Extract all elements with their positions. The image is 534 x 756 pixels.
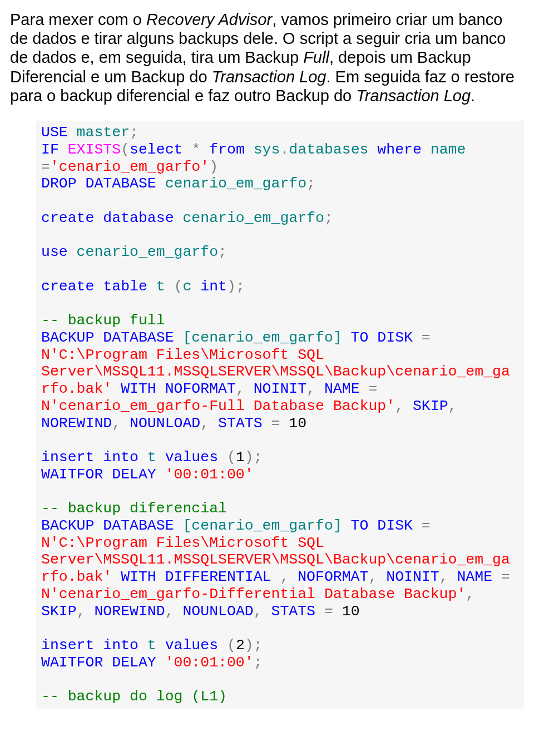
comma: , xyxy=(466,586,474,602)
kw-noformat: NOFORMAT xyxy=(156,381,236,397)
str-delay: '00:01:00' xyxy=(156,654,254,671)
semi: ; xyxy=(218,244,227,260)
fn-exists: EXISTS xyxy=(59,141,121,158)
kw-use: USE xyxy=(41,124,68,141)
kw-noformat: NOFORMAT xyxy=(289,569,368,585)
comma: , xyxy=(439,569,448,585)
num-10: 10 xyxy=(333,603,360,620)
kw-values: values xyxy=(165,449,218,466)
eq: = xyxy=(324,603,333,620)
num-10: 10 xyxy=(280,415,306,432)
kw-use: use xyxy=(41,244,68,260)
comma: , xyxy=(280,569,289,585)
comma: , xyxy=(395,398,404,414)
str-delay: '00:01:00' xyxy=(156,466,254,483)
kw-database: DATABASE xyxy=(94,517,174,534)
semi: ; xyxy=(254,637,263,654)
semi: ; xyxy=(236,278,245,295)
text: . xyxy=(471,87,475,105)
comma: , xyxy=(254,603,263,620)
kw-into: into xyxy=(94,637,139,654)
kw-table: table xyxy=(94,278,147,295)
ident-dbname: cenario_em_garfo xyxy=(68,244,218,260)
kw-disk: DISK xyxy=(368,329,413,346)
kw-stats: STATS xyxy=(263,603,315,620)
kw-create: create xyxy=(41,210,94,226)
eq: = xyxy=(41,159,50,175)
kw-noinit: NOINIT xyxy=(377,569,439,585)
lparen: ( xyxy=(227,637,236,654)
kw-into: into xyxy=(94,449,139,466)
sp xyxy=(218,637,227,654)
semi: ; xyxy=(306,175,315,192)
kw-insert: insert xyxy=(41,449,94,466)
kw-skip: SKIP xyxy=(404,398,448,414)
dot: . xyxy=(280,141,289,158)
ident-databases: databases xyxy=(289,141,368,158)
kw-select: select xyxy=(130,141,182,158)
sp xyxy=(431,329,439,346)
kw-values: values xyxy=(165,637,218,654)
sp xyxy=(492,569,501,585)
intro-paragraph: Para mexer com o Recovery Advisor, vamos… xyxy=(10,10,524,105)
kw-with: WITH xyxy=(112,381,156,397)
comma: , xyxy=(112,415,121,432)
kw-to: TO xyxy=(351,329,369,346)
term-transaction-log: Transaction Log xyxy=(356,87,471,105)
comma: , xyxy=(165,603,174,620)
comma: , xyxy=(368,569,377,585)
text: Para mexer com o xyxy=(10,11,146,28)
sp xyxy=(431,517,439,534)
term-transaction-log: Transaction Log xyxy=(212,68,327,86)
kw-if: IF xyxy=(41,141,59,158)
kw-waitfor: WAITFOR xyxy=(41,654,103,671)
kw-with: WITH xyxy=(112,569,156,585)
comment-backup-full: -- backup full xyxy=(41,312,165,329)
ident-t: t xyxy=(139,637,165,654)
comma: , xyxy=(306,381,315,397)
kw-delay: DELAY xyxy=(103,654,156,671)
semi: ; xyxy=(130,124,139,141)
comma: , xyxy=(448,398,457,414)
kw-disk: DISK xyxy=(368,517,413,534)
ident-t: t xyxy=(147,278,174,295)
kw-to: TO xyxy=(351,517,369,534)
kw-name: NAME xyxy=(448,569,493,585)
rparen: ) xyxy=(245,449,254,466)
sp xyxy=(413,329,422,346)
sp xyxy=(360,381,369,397)
comment-backup-diff: -- backup diferencial xyxy=(41,500,227,517)
rparen: ) xyxy=(227,278,236,295)
comma: , xyxy=(200,415,209,432)
kw-int: int xyxy=(200,278,227,295)
ident-dbname-br: [cenario_em_garfo] xyxy=(174,329,351,346)
kw-database: DATABASE xyxy=(77,175,156,192)
rparen: ) xyxy=(245,637,254,654)
kw-waitfor: WAITFOR xyxy=(41,466,103,483)
kw-norewind: NOREWIND xyxy=(86,603,165,620)
kw-database: database xyxy=(94,210,174,226)
sp xyxy=(315,603,324,620)
sp xyxy=(218,449,227,466)
kw-database: DATABASE xyxy=(94,329,174,346)
kw-differential: DIFFERENTIAL xyxy=(156,569,280,585)
kw-name: NAME xyxy=(315,381,360,397)
eq: = xyxy=(271,415,280,432)
num-2: 2 xyxy=(236,637,245,654)
semi: ; xyxy=(254,654,263,671)
comment-backup-log: -- backup do log (L1) xyxy=(41,688,227,705)
sp xyxy=(263,415,271,432)
sql-code-block: USE master; IF EXISTS(select * from sys.… xyxy=(36,121,524,709)
ident-master: master xyxy=(68,124,130,141)
num-1: 1 xyxy=(236,449,245,466)
ident-t: t xyxy=(139,449,165,466)
sp xyxy=(413,517,422,534)
eq: = xyxy=(368,381,377,397)
kw-backup: BACKUP xyxy=(41,517,94,534)
star: * xyxy=(182,141,200,158)
str-dbname: 'cenario_em_garfo' xyxy=(50,159,209,175)
kw-delay: DELAY xyxy=(103,466,156,483)
eq: = xyxy=(501,569,510,585)
comma: , xyxy=(77,603,86,620)
kw-where: where xyxy=(368,141,421,158)
